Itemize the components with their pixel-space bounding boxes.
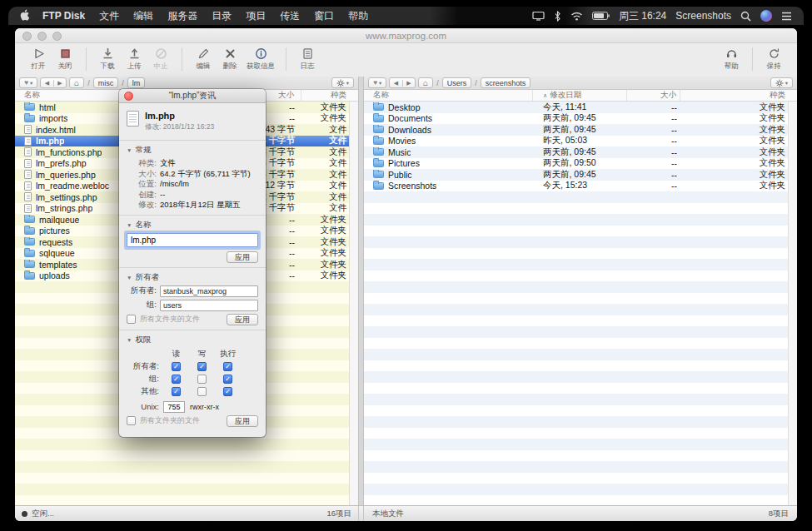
pane-splitter[interactable] xyxy=(358,77,364,505)
exec-checkbox[interactable] xyxy=(223,362,232,371)
zoom-button[interactable] xyxy=(52,32,62,41)
home-button[interactable]: ⌂ xyxy=(418,77,433,88)
folder-icon xyxy=(373,137,384,145)
file-name: pictures xyxy=(39,226,70,236)
menubar-menu-6[interactable]: 传送 xyxy=(280,9,300,23)
home-button[interactable]: ⌂ xyxy=(69,77,84,88)
siri-icon[interactable] xyxy=(760,10,772,22)
vertical-scrollbar[interactable] xyxy=(349,102,358,505)
back-button[interactable]: ◀ xyxy=(41,80,52,87)
menubar-clock[interactable]: 周三 16:24 xyxy=(619,9,666,23)
menubar-menu-3[interactable]: 服务器 xyxy=(167,9,197,23)
group-input[interactable] xyxy=(160,300,258,311)
vertical-scrollbar[interactable] xyxy=(788,102,797,505)
toolbar-log-button[interactable]: 日志 xyxy=(294,47,321,72)
toolbar-close-button[interactable]: 关闭 xyxy=(52,47,78,72)
minimize-button[interactable] xyxy=(37,32,47,41)
toolbar-get-info-button[interactable]: 获取信息 xyxy=(243,47,278,72)
exec-checkbox[interactable] xyxy=(223,375,232,384)
abort-icon xyxy=(154,47,168,61)
menubar-menu-8[interactable]: 帮助 xyxy=(348,9,368,23)
display-icon[interactable] xyxy=(532,11,545,21)
path-segment-screenshots[interactable]: screenshots xyxy=(481,77,531,88)
toolbar-abort-button[interactable]: 中止 xyxy=(147,47,174,72)
toolbar-keep-button[interactable]: 保持 xyxy=(760,47,787,72)
forward-button[interactable]: ▶ xyxy=(402,80,415,87)
window-title-bar[interactable]: www.maxprog.com xyxy=(15,28,797,43)
column-kind[interactable]: 种类 xyxy=(680,90,787,101)
apply-owner-button[interactable]: 应用 xyxy=(227,314,258,325)
menubar-menu-2[interactable]: 编辑 xyxy=(133,9,153,23)
toolbar-download-button[interactable]: 下载 xyxy=(94,47,121,72)
section-owner-header[interactable]: ▼所有者 xyxy=(127,272,258,283)
path-segment-lm[interactable]: lm xyxy=(127,77,146,88)
file-row-desktop[interactable]: Desktop今天, 11:41--文件夹 xyxy=(364,102,797,113)
owner-input[interactable] xyxy=(160,285,258,297)
menubar-menu-1[interactable]: 文件 xyxy=(99,9,119,23)
search-icon[interactable] xyxy=(740,11,751,22)
wifi-icon[interactable] xyxy=(570,12,583,21)
folder-icon xyxy=(24,238,35,246)
toolbar-delete-button[interactable]: 删除 xyxy=(217,47,243,72)
toolbar-upload-button[interactable]: 上传 xyxy=(121,47,147,72)
file-row-pictures[interactable]: Pictures两天前, 09:50--文件夹 xyxy=(364,158,797,170)
actions-menu-button[interactable]: ▾ xyxy=(770,77,793,88)
folder-icon xyxy=(373,103,384,111)
all-folder-files-checkbox[interactable] xyxy=(127,315,136,324)
divider xyxy=(119,140,266,141)
write-checkbox[interactable] xyxy=(197,362,207,371)
file-row-documents[interactable]: Documents两天前, 09:45--文件夹 xyxy=(364,113,797,125)
file-row-screenshots[interactable]: Screenshots今天, 15:23--文件夹 xyxy=(364,181,797,192)
all-folder-files-checkbox[interactable] xyxy=(127,416,136,425)
apply-name-button[interactable]: 应用 xyxy=(227,251,258,263)
file-row-movies[interactable]: Movies昨天, 05:03--文件夹 xyxy=(364,136,797,147)
bluetooth-icon[interactable] xyxy=(554,11,561,22)
menubar-screenshots-item[interactable]: Screenshots xyxy=(675,10,731,22)
path-segment-misc[interactable]: misc xyxy=(93,77,119,88)
section-permissions-header[interactable]: ▼权限 xyxy=(127,335,258,345)
favorites-button[interactable]: ♥▾ xyxy=(19,77,37,88)
column-date[interactable]: ∧修改日期 xyxy=(533,90,627,101)
file-row-music[interactable]: Music两天前, 09:45--文件夹 xyxy=(364,146,797,158)
close-button[interactable] xyxy=(22,32,32,41)
menu-app-name[interactable]: FTP Disk xyxy=(42,10,85,22)
write-checkbox[interactable] xyxy=(197,375,207,384)
menubar-menu-5[interactable]: 项目 xyxy=(246,9,266,23)
read-checkbox[interactable] xyxy=(172,362,181,371)
write-checkbox[interactable] xyxy=(197,387,207,396)
menubar-menu-7[interactable]: 窗口 xyxy=(314,9,334,23)
unix-mode-input[interactable] xyxy=(163,401,185,413)
toolbar-edit-button[interactable]: 编辑 xyxy=(190,47,217,72)
path-segment-users[interactable]: Users xyxy=(442,77,472,88)
column-size[interactable]: 大小 xyxy=(627,90,680,101)
actions-menu-button[interactable]: ▾ xyxy=(331,77,354,88)
back-button[interactable]: ◀ xyxy=(390,80,401,87)
apply-permissions-button[interactable]: 应用 xyxy=(227,415,258,427)
exec-checkbox[interactable] xyxy=(223,387,232,396)
empty-row xyxy=(364,281,797,293)
battery-icon[interactable] xyxy=(592,12,610,20)
info-title-bar[interactable]: “lm.php”资讯 xyxy=(119,89,266,103)
file-name-input[interactable] xyxy=(127,233,258,247)
file-size: -- xyxy=(627,113,680,123)
toolbar-button-label: 保持 xyxy=(767,62,781,72)
close-button[interactable] xyxy=(124,92,133,101)
file-name: Documents xyxy=(388,113,432,123)
favorites-button[interactable]: ♥▾ xyxy=(368,77,386,88)
apple-menu[interactable] xyxy=(20,9,30,23)
toolbar-help-button[interactable]: 帮助 xyxy=(718,47,745,72)
toolbar-separator xyxy=(286,47,286,71)
read-checkbox[interactable] xyxy=(172,375,181,384)
forward-button[interactable]: ▶ xyxy=(53,80,66,87)
read-checkbox[interactable] xyxy=(172,387,181,396)
list-icon[interactable] xyxy=(781,12,792,21)
section-name-header[interactable]: ▼名称 xyxy=(127,220,258,231)
file-row-downloads[interactable]: Downloads两天前, 09:45--文件夹 xyxy=(364,124,797,136)
menubar-menu-4[interactable]: 目录 xyxy=(212,9,232,23)
info-file-header: lm.php 修改: 2018/1/12 16:23 xyxy=(127,109,258,136)
column-kind[interactable]: 种类 xyxy=(301,90,348,101)
file-row-public[interactable]: Public两天前, 09:45--文件夹 xyxy=(364,169,797,181)
column-name[interactable]: 名称 xyxy=(364,90,533,101)
section-general-header[interactable]: ▼常规 xyxy=(127,145,258,156)
toolbar-open-button[interactable]: 打开 xyxy=(25,47,52,72)
